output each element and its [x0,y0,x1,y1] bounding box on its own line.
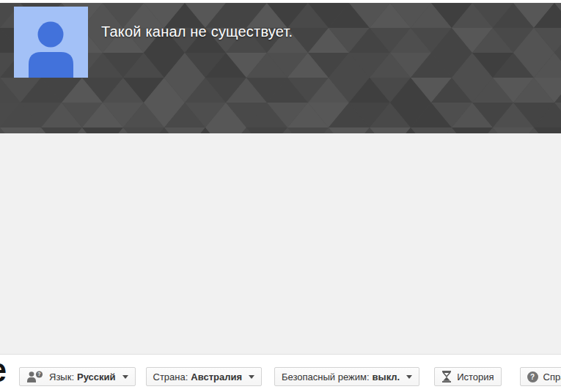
question-mark-circle-icon: ? [527,371,538,382]
country-value: Австралия [191,371,242,382]
chevron-down-icon [249,375,254,379]
empty-content-area [0,133,561,354]
history-button[interactable]: История [434,367,501,386]
footer-buttons-row: ? Язык: Русский Страна: Австралия Безопа… [0,367,561,386]
default-person-icon [14,7,88,78]
hourglass-icon [441,371,452,382]
country-label: Страна: [153,371,188,382]
country-selector-button[interactable]: Страна: Австралия [146,367,263,386]
language-value: Русский [77,371,116,382]
safety-mode-button[interactable]: Безопасный режим: выкл. [274,367,419,386]
svg-text:?: ? [37,371,40,377]
chevron-down-icon [406,375,412,379]
channel-not-exist-message: Такой канал не существует. [101,23,293,40]
safety-mode-label: Безопасный режим: [282,371,370,382]
channel-avatar [14,7,88,78]
chevron-down-icon [122,375,128,379]
language-label: Язык: [49,371,74,382]
help-button[interactable]: ? Справка [520,367,561,386]
history-label: История [457,371,494,382]
help-label: Справка [543,371,561,382]
safety-mode-value: выкл. [373,371,400,382]
language-person-question-icon: ? [26,371,44,382]
language-selector-button[interactable]: ? Язык: Русский [19,367,136,386]
channel-banner: Такой канал не существует. [0,3,561,133]
